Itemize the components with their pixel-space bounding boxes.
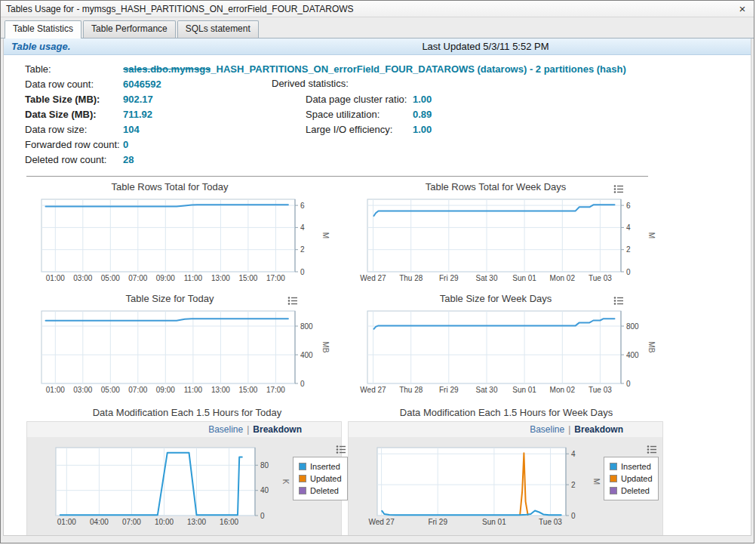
svg-text:04:00: 04:00 [90,518,109,526]
chart-title: Table Rows Total for Week Days [352,180,639,195]
legend-label: Inserted [310,462,340,471]
mod-panel-header: Baseline | Breakdown [27,422,341,437]
svg-text:Wed 27: Wed 27 [368,518,395,526]
chart-rows-week-plot: 0246MWed 27Thu 28Fri 29Sat 30Sun 01Mon 0… [352,195,656,284]
svg-text:800: 800 [300,322,313,331]
svg-text:40: 40 [260,486,269,494]
tab-table-performance[interactable]: Table Performance [83,20,176,38]
svg-text:Wed 27: Wed 27 [360,274,386,282]
derived-row-space-utilization: Space utilization: 0.89 [272,106,432,122]
svg-text:Tue 03: Tue 03 [589,274,612,282]
chart-size-today: Table Size for Today 0400800MB01:0003:00… [26,291,330,396]
legend-label: Deleted [310,486,339,495]
svg-text:17:00: 17:00 [266,386,285,394]
breakdown-link[interactable]: Breakdown [253,424,302,435]
table-name-rest: _HASH_PARTITIONS_ON_errorField_FOUR_DATA… [211,63,625,75]
legend-item-updated[interactable]: Updated [610,473,653,485]
svg-text:Tue 03: Tue 03 [589,386,612,394]
tab-sqls-statement[interactable]: SQLs statement [177,20,259,38]
stat-value: 0 [123,139,128,150]
tab-table-statistics[interactable]: Table Statistics [5,20,81,38]
svg-text:800: 800 [626,322,639,331]
stat-label: Data Size (MB): [25,109,123,120]
svg-text:01:00: 01:00 [46,386,65,394]
stat-label: Large I/O efficiency: [306,124,413,135]
svg-text:Sat 30: Sat 30 [476,274,498,282]
charts-grid: Table Rows Total for Today 0246M01:0003:… [4,180,751,396]
stat-label: Data row size: [25,124,123,135]
derived-statistics-header: Derived statistics: [272,76,432,91]
chart-mod-today-plot: 04080K01:0004:0007:0010:0013:0016:00 [41,443,290,528]
derived-statistics: Derived statistics: Data page cluster ra… [272,76,432,137]
legend-item-inserted[interactable]: Inserted [299,460,342,473]
svg-text:Mon 02: Mon 02 [550,386,576,394]
mod-panel-header: Baseline | Breakdown [349,422,662,437]
svg-text:10:00: 10:00 [155,518,174,526]
svg-text:Mon 02: Mon 02 [550,274,576,282]
updated-swatch [299,475,306,482]
section-divider [26,176,648,177]
stat-value: 711.92 [123,109,152,120]
svg-text:4: 4 [626,223,631,232]
chart-menu-icon[interactable] [613,296,624,306]
stat-row-forwarded-row-count: Forwarded row count: 0 [25,137,626,152]
breakdown-link[interactable]: Breakdown [574,424,623,435]
svg-text:01:00: 01:00 [57,518,76,526]
legend-item-inserted[interactable]: Inserted [610,460,653,473]
chart-rows-today-plot: 0246M01:0003:0005:0007:0009:0011:0013:00… [26,195,330,284]
legend-item-deleted[interactable]: Deleted [610,485,653,497]
link-separator: | [247,424,249,435]
mod-week-panel: Baseline | Breakdown 024MWed 27Fri 29Sun… [348,421,663,536]
mod-panel-body: 04080K01:0004:0007:0010:0013:0016:00 Ins… [27,437,341,535]
legend-label: Updated [310,474,342,483]
chart-rows-today: Table Rows Total for Today 0246M01:0003:… [26,180,330,284]
chart-size-week: Table Size for Week Days 0400800MBWed 27… [352,291,656,396]
baseline-link[interactable]: Baseline [208,424,243,435]
svg-text:05:00: 05:00 [101,274,120,282]
legend-label: Updated [621,474,653,483]
svg-text:09:00: 09:00 [156,386,175,394]
legend-item-deleted[interactable]: Deleted [299,485,342,497]
legend-item-updated[interactable]: Updated [299,473,342,485]
table-name-struck: sales.dbo.mymsgs [123,63,211,75]
tables-usage-window: Tables Usage for - mymsgs_HASH_PARTITION… [0,0,754,543]
statistics-section: Table: sales.dbo.mymsgs_HASH_PARTITIONS_… [4,55,751,170]
chart-menu-icon[interactable] [613,184,624,194]
chart-legend: Inserted Updated Deleted [604,457,659,500]
mod-today-panel: Baseline | Breakdown 04080K01:0004:0007:… [26,421,342,536]
chart-menu-icon[interactable] [287,296,298,306]
svg-text:Tue 03: Tue 03 [539,518,562,526]
tab-bar: Table Statistics Table Performance SQLs … [1,17,754,38]
svg-text:0: 0 [260,512,265,520]
svg-text:Fri 29: Fri 29 [439,274,459,282]
chart-title: Table Size for Week Days [352,291,639,306]
section-title: Table usage. [11,41,70,52]
close-icon[interactable]: × [736,4,748,14]
stat-label: Forwarded row count: [25,139,123,150]
data-modification-section: Data Modification Each 1.5 Hours for Tod… [4,405,751,536]
inserted-swatch [299,463,306,470]
stat-label: Table Size (MB): [25,94,123,105]
svg-text:15:00: 15:00 [238,386,257,394]
chart-title: Data Modification Each 1.5 Hours for Tod… [26,405,348,421]
table-name-value: sales.dbo.mymsgs_HASH_PARTITIONS_ON_erro… [123,63,626,75]
stat-label: Table: [25,63,123,75]
svg-text:0: 0 [571,512,576,520]
svg-text:2: 2 [626,245,631,254]
svg-text:Thu 28: Thu 28 [399,386,423,394]
svg-text:MB: MB [321,342,330,353]
svg-text:05:00: 05:00 [101,386,120,394]
chart-mod-week-plot: 024MWed 27Fri 29Sun 01Tue 03 [362,443,601,528]
chart-menu-icon[interactable] [647,445,657,454]
baseline-link[interactable]: Baseline [530,424,564,435]
chart-menu-icon[interactable] [336,445,346,454]
stat-row-table: Table: sales.dbo.mymsgs_HASH_PARTITIONS_… [25,61,626,76]
svg-text:K: K [281,479,290,485]
stat-label: Data page cluster ratio: [306,94,413,105]
svg-text:6: 6 [300,202,305,210]
svg-text:0: 0 [626,380,631,388]
legend-label: Inserted [621,462,651,471]
mod-today-column: Data Modification Each 1.5 Hours for Tod… [26,405,348,536]
chart-rows-week: Table Rows Total for Week Days 0246MWed … [352,180,656,284]
stat-value: 104 [123,124,140,135]
